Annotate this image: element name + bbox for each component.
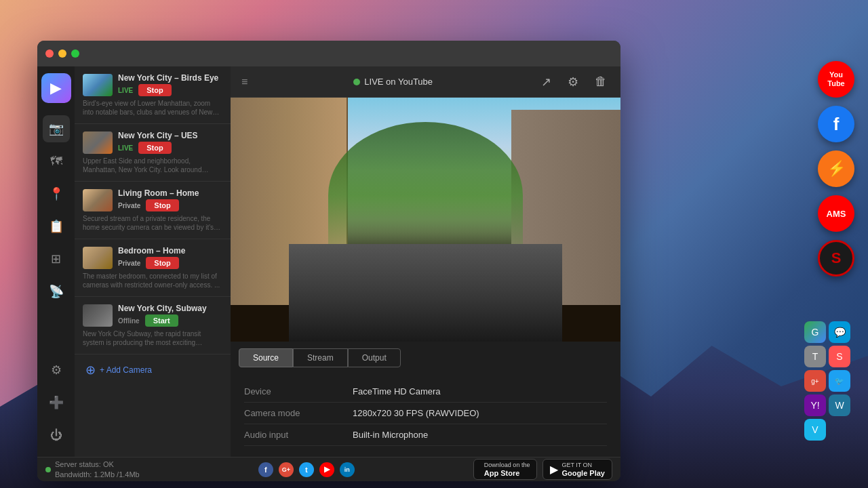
camera-thumb-4 — [83, 304, 113, 327]
maximize-button[interactable] — [71, 49, 79, 58]
sidebar-item-discover[interactable]: 🗺 — [43, 148, 70, 175]
footer-social: f G+ t ▶ in — [258, 462, 355, 477]
youtube-icon-symbol: YouTube — [827, 70, 844, 88]
camera-status-row-2: Private Stop — [118, 199, 222, 211]
camera-name-4: New York City, Subway — [118, 304, 222, 313]
app-logo[interactable]: ▶ — [41, 73, 71, 103]
start-button-4[interactable]: Start — [145, 314, 178, 327]
mini-icon-yahoo[interactable]: Y! — [804, 394, 826, 416]
target-app-icon[interactable]: S — [818, 240, 854, 277]
minimize-button[interactable] — [58, 49, 66, 58]
add-camera-button[interactable]: ⊕ + Add Camera — [75, 354, 231, 386]
app-content: ▶ 📷 🗺 📍 📋 ⊞ 📡 ⚙ — [37, 66, 620, 457]
camera-thumb-1 — [83, 131, 113, 154]
add-camera-icon: ⊕ — [85, 363, 96, 378]
sidebar-item-grid[interactable]: ⊞ — [43, 245, 70, 272]
camera-header-0: New York City – Birds Eye LIVE Stop — [83, 73, 222, 96]
camera-info-1: New York City – UES LIVE Stop — [118, 131, 222, 154]
sidebar-item-broadcast[interactable]: 📡 — [43, 278, 70, 305]
mini-icon-google[interactable]: G — [804, 321, 826, 343]
app-footer: Server status: OK Bandwidth: 1.2Mb /1.4M… — [37, 457, 620, 481]
camera-mode-value: 868x488 30 FPS (RAWVIDEO) — [353, 408, 479, 418]
youtube-app-icon[interactable]: YouTube — [818, 61, 854, 98]
top-bar: ≡ LIVE on YouTube ↗ ⚙ 🗑 — [231, 66, 620, 98]
get-it-on-text: GET IT ON — [561, 462, 605, 469]
camera-name-0: New York City – Birds Eye — [118, 73, 222, 83]
tab-stream[interactable]: Stream — [293, 348, 348, 367]
sidebar-item-plus[interactable]: ➕ — [43, 389, 70, 416]
camera-item-4[interactable]: New York City, Subway Offline Start New … — [75, 297, 231, 354]
status-badge-2: Private — [118, 202, 140, 209]
stop-button-1[interactable]: Stop — [138, 142, 171, 154]
top-bar-left: ≡ — [241, 76, 248, 88]
info-panel: Device FaceTime HD Camera Camera mode 12… — [231, 374, 620, 457]
mini-icon-gplus[interactable]: g+ — [804, 370, 826, 392]
status-badge-0: LIVE — [118, 87, 133, 94]
camera-desc-4: New York City Subway, the rapid transit … — [83, 329, 222, 347]
audio-input-value: Built-in Microphone — [353, 430, 428, 440]
mini-icon-wordpress[interactable]: W — [829, 394, 850, 416]
tab-source[interactable]: Source — [239, 348, 293, 367]
mini-icon-twitter[interactable]: 🐦 — [829, 370, 850, 392]
sidebar-item-list[interactable]: 📋 — [43, 213, 70, 240]
camera-thumb-3 — [83, 247, 113, 269]
googleplay-icon: ▶ — [550, 463, 558, 476]
sidebar-icons: ▶ 📷 🗺 📍 📋 ⊞ 📡 ⚙ — [37, 66, 75, 457]
footer-stores: Download on the App Store ▶ GET IT ON Go… — [473, 459, 612, 480]
mini-icon-tumblr[interactable]: T — [804, 346, 826, 367]
sidebar-item-power[interactable]: ⏻ — [43, 422, 70, 449]
trash-button[interactable]: 🗑 — [592, 72, 610, 92]
camera-info-0: New York City – Birds Eye LIVE Stop — [118, 73, 222, 96]
social-youtube[interactable]: ▶ — [319, 462, 334, 477]
video-preview — [231, 98, 620, 342]
mini-icon-chat[interactable]: 💬 — [829, 321, 850, 343]
share-button[interactable]: ↗ — [538, 72, 554, 92]
flash-icon-symbol: ⚡ — [827, 160, 846, 178]
sidebar-item-location[interactable]: 📍 — [43, 180, 70, 207]
camera-status-row-4: Offline Start — [118, 314, 222, 327]
googleplay-badge[interactable]: ▶ GET IT ON Google Play — [542, 459, 612, 480]
close-button[interactable] — [45, 49, 54, 58]
target-icon-symbol: S — [831, 249, 842, 267]
ams-app-icon[interactable]: AMS — [818, 195, 854, 232]
tab-controls: Source Stream Output — [231, 342, 620, 374]
social-linkedin[interactable]: in — [340, 462, 355, 477]
sidebar-item-cameras[interactable]: 📷 — [43, 115, 70, 142]
tab-output[interactable]: Output — [348, 348, 401, 367]
camera-info-4: New York City, Subway Offline Start — [118, 304, 222, 327]
social-google[interactable]: G+ — [279, 462, 294, 477]
sidebar-item-settings[interactable]: ⚙ — [43, 357, 70, 384]
stop-button-2[interactable]: Stop — [146, 199, 178, 211]
camera-desc-2: Secured stream of a private residence, t… — [83, 214, 222, 232]
sidebar-bottom: ⚙ ➕ ⏻ — [43, 357, 70, 457]
camera-item-2[interactable]: Living Room – Home Private Stop Secured … — [75, 182, 231, 239]
social-facebook[interactable]: f — [258, 462, 273, 477]
camera-item-3[interactable]: Bedroom – Home Private Stop The master b… — [75, 239, 231, 297]
social-twitter[interactable]: t — [299, 462, 314, 477]
stop-button-0[interactable]: Stop — [138, 84, 171, 96]
camera-status-row-0: LIVE Stop — [118, 84, 222, 96]
audio-input-row: Audio input Built-in Microphone — [244, 424, 607, 446]
discover-icon: 🗺 — [50, 155, 62, 169]
camera-item-0[interactable]: New York City – Birds Eye LIVE Stop Bird… — [75, 66, 231, 124]
device-value: FaceTime HD Camera — [353, 386, 441, 396]
app-window: ▶ 📷 🗺 📍 📋 ⊞ 📡 ⚙ — [37, 41, 620, 481]
settings-button[interactable]: ⚙ — [565, 72, 581, 92]
status-badge-3: Private — [118, 260, 140, 267]
stop-button-3[interactable]: Stop — [146, 257, 178, 269]
appstore-badge[interactable]: Download on the App Store — [473, 459, 538, 480]
status-badge-1: LIVE — [118, 144, 133, 152]
camera-info-2: Living Room – Home Private Stop — [118, 188, 222, 211]
camera-item-1[interactable]: New York City – UES LIVE Stop Upper East… — [75, 124, 231, 182]
flash-app-icon[interactable]: ⚡ — [818, 150, 854, 187]
menu-icon[interactable]: ≡ — [241, 76, 248, 88]
plus-icon: ➕ — [49, 395, 64, 410]
facebook-app-icon[interactable]: f — [818, 106, 854, 142]
camera-status-row-3: Private Stop — [118, 257, 222, 269]
right-apps: YouTube f ⚡ AMS S — [818, 61, 854, 277]
download-on-text: Download on the — [484, 462, 530, 469]
camera-desc-3: The master bedroom, connected to my list… — [83, 272, 222, 289]
mini-icon-stumble[interactable]: S — [829, 346, 850, 367]
camera-header-1: New York City – UES LIVE Stop — [83, 131, 222, 154]
mini-icon-vimeo[interactable]: V — [804, 419, 826, 441]
